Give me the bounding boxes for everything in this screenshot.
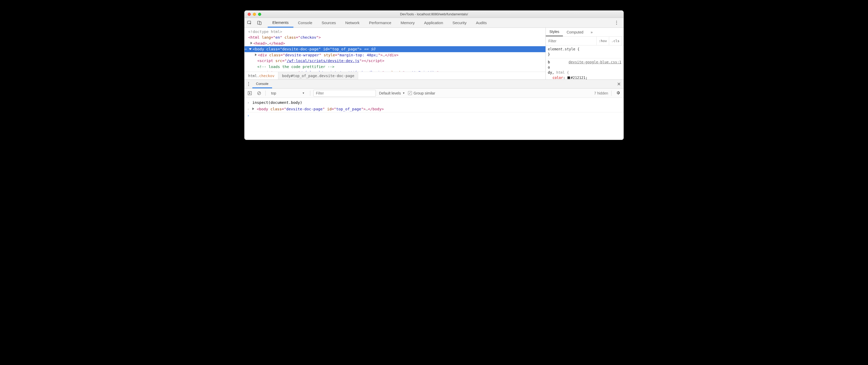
expand-icon[interactable] [250, 42, 252, 44]
device-toolbar-icon[interactable] [254, 21, 264, 25]
breadcrumb-item[interactable]: html.checkov [245, 72, 278, 79]
log-levels-selector[interactable]: Default levels ▼ [379, 91, 405, 95]
inspect-element-icon[interactable] [245, 21, 254, 25]
color-swatch-icon[interactable] [567, 76, 570, 79]
dom-body-selected[interactable]: ⋯ <body class="devsite-doc-page" id="top… [245, 46, 546, 52]
css-rule-block[interactable]: devsite-google-blue.css:1 b o dy, html {… [548, 60, 621, 80]
new-style-rule-button[interactable]: + [622, 37, 624, 45]
styles-filter-input[interactable] [546, 39, 596, 43]
close-drawer-icon[interactable]: ✕ [617, 81, 621, 87]
css-property[interactable]: color: #212121; [548, 75, 621, 79]
console-settings-icon[interactable] [615, 91, 621, 96]
styles-tab-styles[interactable]: Styles [546, 28, 563, 36]
console-tabs: Console ✕ [245, 80, 623, 89]
console-input-row[interactable]: › inspect(document.body) [245, 99, 623, 106]
tab-security[interactable]: Security [448, 18, 471, 28]
cls-toggle[interactable]: .cls [609, 37, 621, 45]
collapse-icon[interactable] [249, 48, 252, 50]
console-body[interactable]: › inspect(document.body) ‹ <body class="… [245, 98, 623, 140]
dom-script-1[interactable]: <script src="/wf-local/scripts/devsite-d… [245, 58, 546, 64]
devtools-window: DevTools - localhost:8080/web/fundamenta… [244, 10, 624, 140]
tab-elements[interactable]: Elements [268, 18, 293, 28]
console-output-row[interactable]: ‹ <body class="devsite-doc-page" id="top… [245, 106, 623, 113]
console-tab[interactable]: Console [252, 80, 272, 88]
execute-icon[interactable] [247, 91, 253, 95]
element-style-block[interactable]: element.style {} [548, 46, 621, 58]
tab-performance[interactable]: Performance [364, 18, 396, 28]
toolbar-kebab-icon[interactable] [612, 21, 621, 25]
macos-titlebar: DevTools - localhost:8080/web/fundamenta… [245, 11, 623, 18]
main-split: <!doctype html> <html lang="en" class="c… [245, 28, 623, 80]
console-toolbar: top▼ Default levels ▼ ✓Group similar 7 h… [245, 89, 623, 98]
styles-panel: Styles Computed » :hov .cls + element.st… [546, 28, 623, 79]
tab-application[interactable]: Application [420, 18, 448, 28]
svg-rect-2 [259, 22, 261, 25]
styles-tab-computed[interactable]: Computed [563, 28, 587, 36]
dom-html-open[interactable]: <html lang="en" class="checkov"> [245, 35, 546, 40]
console-command-text: inspect(document.body) [252, 99, 302, 106]
console-prompt-row[interactable]: › [245, 112, 623, 119]
tab-network[interactable]: Network [341, 18, 364, 28]
expand-icon[interactable] [252, 107, 254, 110]
styles-body[interactable]: element.style {} devsite-google-blue.css… [546, 45, 623, 79]
rule-source-link[interactable]: devsite-google-blue.css:1 [569, 60, 621, 65]
dom-div-wrapper[interactable]: <div class="devsite-wrapper" style="marg… [245, 52, 546, 58]
elements-panel[interactable]: <!doctype html> <html lang="en" class="c… [245, 28, 546, 79]
dom-head[interactable]: <head>…</head> [245, 40, 546, 46]
dom-comment[interactable]: <!-- loads the code prettifier --> [245, 64, 546, 70]
expand-icon[interactable] [255, 54, 257, 56]
clear-console-icon[interactable] [256, 91, 262, 95]
hov-toggle[interactable]: :hov [596, 37, 609, 45]
breadcrumb-item[interactable]: body#top_of_page.devsite-doc-page [278, 72, 358, 79]
tab-console[interactable]: Console [293, 18, 317, 28]
context-selector[interactable]: top▼ [269, 90, 307, 96]
devtools-toolbar: Elements Console Sources Network Perform… [245, 18, 623, 28]
group-similar-toggle[interactable]: ✓Group similar [408, 91, 435, 95]
svg-line-5 [258, 92, 260, 94]
styles-tabs: Styles Computed » [546, 28, 623, 37]
console-drawer: Console ✕ top▼ Default levels ▼ ✓Group s… [245, 80, 623, 140]
dom-doctype[interactable]: <!doctype html> [245, 29, 546, 35]
breadcrumb: html.checkov body#top_of_page.devsite-do… [245, 72, 546, 79]
styles-filterbar: :hov .cls + [546, 37, 623, 45]
hidden-messages-count[interactable]: 7 hidden [594, 91, 608, 95]
tab-memory[interactable]: Memory [396, 18, 420, 28]
dom-script-2-clipped[interactable]: <script async src="/wf-local/scripts/pre… [245, 70, 546, 72]
dom-tree[interactable]: <!doctype html> <html lang="en" class="c… [245, 28, 546, 72]
toolbar-tabs: Elements Console Sources Network Perform… [268, 18, 612, 28]
console-filter-input[interactable] [313, 90, 376, 97]
tab-audits[interactable]: Audits [471, 18, 491, 28]
tab-sources[interactable]: Sources [317, 18, 341, 28]
window-title: DevTools - localhost:8080/web/fundamenta… [245, 12, 623, 16]
styles-tabs-overflow-icon[interactable]: » [587, 28, 596, 36]
console-result-element[interactable]: <body class="devsite-doc-page" id="top_o… [257, 106, 384, 112]
console-kebab-icon[interactable] [245, 82, 252, 86]
